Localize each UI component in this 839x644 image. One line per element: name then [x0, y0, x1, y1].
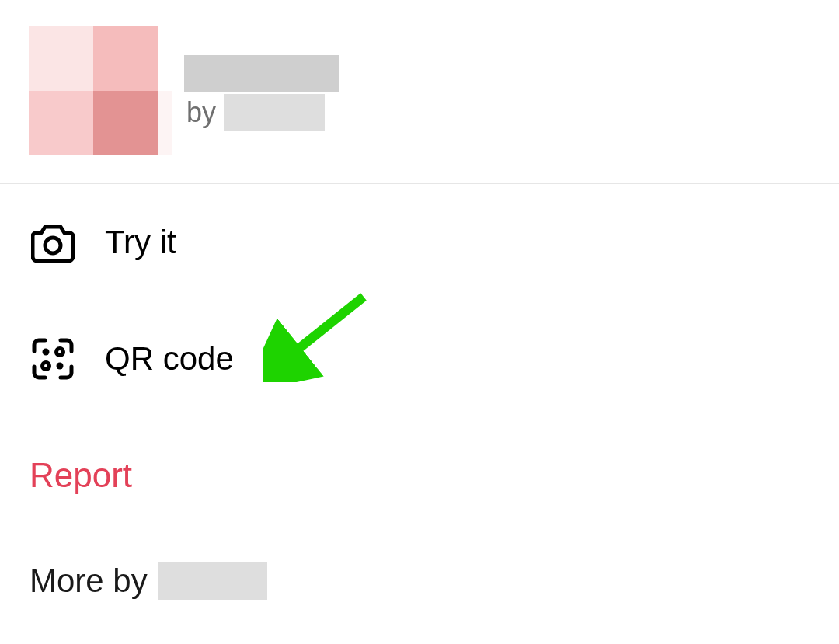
author-name-placeholder — [224, 94, 325, 131]
qr-code-icon — [0, 337, 105, 381]
filter-thumbnail — [29, 26, 172, 155]
filter-title-placeholder — [184, 55, 339, 92]
report-row[interactable]: Report — [0, 417, 839, 534]
svg-point-0 — [45, 238, 61, 253]
byline: by — [186, 93, 325, 132]
by-label: by — [186, 96, 216, 129]
svg-point-4 — [56, 363, 63, 370]
try-it-label: Try it — [105, 224, 176, 261]
actions-list: Try it QR code Report — [0, 184, 839, 534]
more-by-author-placeholder — [158, 562, 267, 600]
more-by-label: More by — [30, 562, 148, 600]
try-it-row[interactable]: Try it — [0, 184, 839, 301]
report-label: Report — [30, 456, 132, 495]
more-by-section: More by — [0, 534, 839, 628]
filter-header: by — [0, 0, 839, 184]
svg-point-2 — [56, 349, 63, 356]
camera-icon — [0, 222, 105, 263]
qr-code-label: QR code — [105, 340, 234, 378]
qr-code-row[interactable]: QR code — [0, 301, 839, 417]
screen: by Try it — [0, 0, 839, 644]
svg-point-1 — [42, 349, 49, 356]
svg-point-3 — [42, 363, 49, 370]
